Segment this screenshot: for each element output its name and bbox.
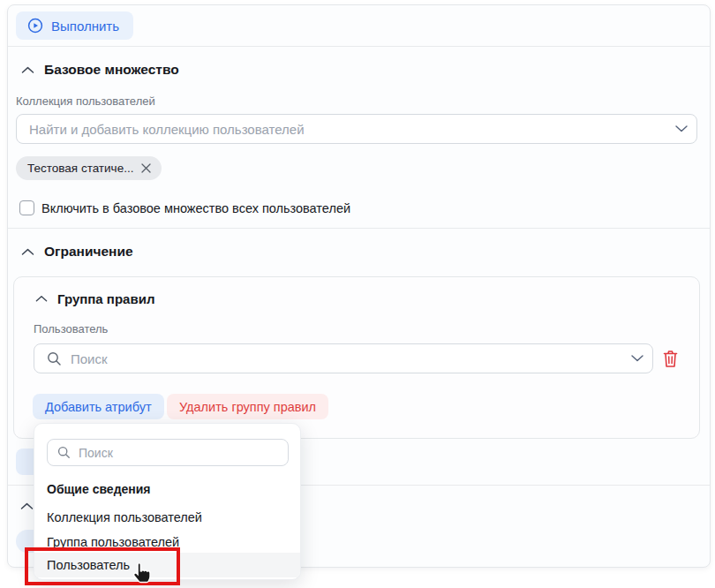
dropdown-item-label: Пользователь [47,558,130,572]
chevron-up-icon [21,66,34,74]
delete-rule-group-label: Удалить группу правил [179,400,316,414]
user-search-input[interactable] [62,351,622,366]
delete-rule-button[interactable] [661,349,680,369]
add-attribute-label: Добавить атрибут [45,400,152,414]
section-collapsed-chevron-up-icon[interactable] [20,502,34,510]
selected-collection-chip: Тестовая статиче... [16,156,162,180]
dropdown-item-user[interactable]: Пользователь [34,553,300,577]
add-attribute-button[interactable]: Добавить атрибут [33,394,164,419]
chip-label: Тестовая статиче... [27,162,133,175]
collection-search-input[interactable] [17,122,666,137]
trash-icon [661,349,680,369]
chevron-up-icon [35,295,48,303]
dropdown-item-label: Группа пользователей [47,535,179,549]
collection-field-label: Коллекция пользователей [16,94,155,108]
rule-group-header[interactable]: Группа правил [35,291,154,306]
chip-remove-icon[interactable] [140,162,152,174]
chevron-down-icon[interactable] [622,355,652,362]
user-search-select[interactable] [34,343,653,373]
chevron-down-icon[interactable] [666,125,696,132]
user-field-label: Пользователь [34,322,108,335]
dropdown-group-header: Общие сведения [47,482,151,496]
dropdown-search-input[interactable] [79,446,288,460]
delete-rule-group-button[interactable]: Удалить группу правил [167,394,328,419]
play-circle-icon [27,18,43,34]
attribute-dropdown: Общие сведения Коллекция пользователей Г… [34,423,301,580]
divider [8,228,710,229]
section-base-set-header[interactable]: Базовое множество [21,62,179,78]
include-all-users-label: Включить в базовое множество всех пользо… [41,201,350,215]
section-restriction-title: Ограничение [44,244,133,260]
dropdown-item-label: Коллекция пользователей [47,510,202,524]
search-icon [57,446,71,459]
run-button-label: Выполнить [51,19,119,34]
dropdown-search-box[interactable] [47,439,289,466]
dropdown-item-user-collection[interactable]: Коллекция пользователей [34,505,300,529]
rule-group-title: Группа правил [57,291,154,306]
search-icon [34,351,62,366]
section-restriction-header[interactable]: Ограничение [21,244,133,260]
run-button[interactable]: Выполнить [16,11,133,40]
collection-select[interactable] [16,114,697,144]
divider [8,46,710,47]
include-all-users-checkbox[interactable] [19,200,34,215]
dropdown-item-user-group[interactable]: Группа пользователей [34,530,300,554]
chevron-up-icon [21,248,34,256]
workflow-editor-screen: Выполнить Базовое множество Коллекция по… [0,0,715,588]
section-base-set-title: Базовое множество [44,62,179,78]
